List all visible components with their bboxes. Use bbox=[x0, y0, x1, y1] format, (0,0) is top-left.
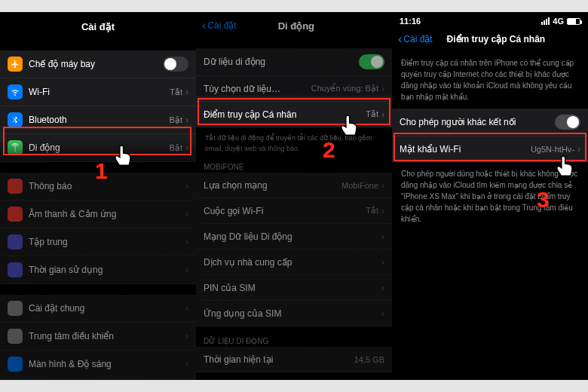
battery-icon bbox=[567, 18, 580, 25]
page-title: Di động bbox=[207, 20, 386, 32]
row-value: Tắt bbox=[366, 109, 378, 119]
row-label: Ứng dụng của SIM bbox=[204, 308, 378, 319]
row-label: Bluetooth bbox=[29, 115, 170, 125]
row-airplane-mode[interactable]: Chế độ máy bay bbox=[0, 51, 196, 78]
row-screentime[interactable]: Thời gian sử dụng › bbox=[0, 256, 196, 284]
antenna-icon bbox=[8, 140, 23, 155]
row-sim-apps[interactable]: Ứng dụng của SIM › bbox=[196, 301, 392, 326]
section-header-carrier: MOBIFONE bbox=[196, 160, 392, 173]
airplane-toggle[interactable] bbox=[163, 57, 188, 72]
row-value: Chuyển vùng: Bật bbox=[311, 84, 378, 93]
row-wifi[interactable]: Wi-Fi Tắt › bbox=[0, 78, 196, 106]
sliders-icon bbox=[8, 329, 23, 344]
chevron-right-icon: › bbox=[185, 237, 188, 247]
row-display[interactable]: Màn hình & Độ sáng › bbox=[0, 351, 196, 378]
row-personal-hotspot[interactable]: Điểm truy cập Cá nhân Tắt › bbox=[196, 102, 392, 127]
row-value: Tắt bbox=[170, 87, 182, 97]
hourglass-icon bbox=[8, 262, 23, 277]
pane-settings-root: Cài đặt Chế độ máy bay Wi-Fi Tắt › Bluet… bbox=[0, 12, 196, 380]
row-label: Điểm truy cập Cá nhân bbox=[204, 109, 366, 120]
row-label: Mật khẩu Wi-Fi bbox=[400, 144, 531, 155]
chevron-right-icon: › bbox=[185, 87, 188, 97]
row-cellular-data[interactable]: Dữ liệu di động bbox=[196, 48, 392, 76]
intro-text: Điểm truy cập cá nhân trên iPhone có thể… bbox=[392, 51, 588, 109]
sun-icon bbox=[8, 357, 23, 372]
row-label: Dữ liệu di động bbox=[204, 57, 359, 67]
row-control-center[interactable]: Trung tâm điều khiển › bbox=[0, 323, 196, 351]
airplane-icon bbox=[8, 57, 23, 72]
row-value: Bật bbox=[170, 143, 182, 153]
nav-bar: ‹Cài đặt Di động bbox=[196, 12, 392, 38]
speaker-icon bbox=[8, 207, 23, 222]
chevron-right-icon: › bbox=[577, 144, 580, 155]
status-bar: 11:16 4G bbox=[392, 12, 588, 26]
pane-personal-hotspot: 11:16 4G ‹Cài đặt Điểm truy cập Cá nhân … bbox=[392, 12, 588, 380]
chevron-left-icon: ‹ bbox=[398, 33, 402, 45]
row-homescreen[interactable]: Màn hình chính › bbox=[0, 378, 196, 380]
row-sim-pin[interactable]: PIN của SIM › bbox=[196, 275, 392, 301]
chevron-right-icon: › bbox=[381, 308, 384, 319]
footer-text: Cho phép người dùng hoặc thiết bị khác k… bbox=[392, 162, 588, 231]
row-label: Wi-Fi bbox=[29, 87, 170, 97]
chevron-right-icon: › bbox=[381, 283, 384, 293]
chevron-right-icon: › bbox=[381, 84, 384, 94]
row-notifications[interactable]: Thông báo › bbox=[0, 173, 196, 201]
row-label: Âm thanh & Cảm ứng bbox=[29, 209, 182, 219]
pane-cellular: ‹Cài đặt Di động Dữ liệu di động Tùy chọ… bbox=[196, 12, 392, 380]
chevron-right-icon: › bbox=[185, 303, 188, 314]
moon-icon bbox=[8, 234, 23, 250]
row-cellular-network[interactable]: Mạng Dữ liệu Di động › bbox=[196, 224, 392, 250]
row-current-period[interactable]: Thời gian hiện tại 14,5 GB bbox=[196, 347, 392, 372]
row-label: Thời gian sử dụng bbox=[29, 265, 182, 275]
row-label: Cho phép người khác kết nối bbox=[400, 117, 555, 127]
cellular-data-toggle[interactable] bbox=[359, 54, 384, 69]
section-description: Tắt dữ liệu di động để truyền tải các dữ… bbox=[196, 127, 392, 160]
chevron-right-icon: › bbox=[185, 181, 188, 191]
allow-others-toggle[interactable] bbox=[555, 115, 580, 130]
chevron-right-icon: › bbox=[381, 231, 384, 242]
chevron-right-icon: › bbox=[185, 359, 188, 369]
chevron-left-icon: ‹ bbox=[202, 20, 206, 32]
bell-icon bbox=[8, 179, 23, 194]
page-title: Cài đặt bbox=[0, 12, 196, 40]
row-label: Trung tâm điều khiển bbox=[29, 331, 182, 341]
row-bluetooth[interactable]: Bluetooth Bật › bbox=[0, 106, 196, 134]
row-wifi-password[interactable]: Mật khẩu Wi-Fi Ug5N-htHv- › bbox=[392, 136, 588, 162]
chevron-right-icon: › bbox=[381, 206, 384, 216]
section-header-usage: DỮ LIỆU DI ĐỘNG bbox=[196, 334, 392, 347]
row-label: Dịch vụ nhà cung cấp bbox=[204, 257, 378, 268]
gear-icon bbox=[8, 301, 23, 316]
page-title: Điểm truy cập Cá nhân bbox=[410, 34, 582, 44]
row-value: MobiFone bbox=[341, 181, 378, 190]
row-wifi-calling[interactable]: Cuộc gọi Wi-Fi Tắt › bbox=[196, 198, 392, 224]
row-cellular[interactable]: Di động Bật › bbox=[0, 134, 196, 162]
row-data-options[interactable]: Tùy chọn dữ liệu… Chuyển vùng: Bật › bbox=[196, 76, 392, 102]
row-label: Cài đặt chung bbox=[29, 303, 182, 314]
signal-icon bbox=[541, 17, 550, 25]
network-label: 4G bbox=[553, 17, 564, 26]
row-value: 14,5 GB bbox=[354, 355, 384, 364]
chevron-right-icon: › bbox=[185, 331, 188, 341]
row-label: Mạng Dữ liệu Di động bbox=[204, 231, 378, 242]
row-value: Tắt bbox=[366, 206, 378, 216]
wifi-icon bbox=[8, 84, 23, 100]
row-label: Chế độ máy bay bbox=[29, 59, 163, 69]
row-label: Cuộc gọi Wi-Fi bbox=[204, 206, 366, 216]
chevron-right-icon: › bbox=[185, 209, 188, 219]
row-label: PIN của SIM bbox=[204, 283, 378, 293]
chevron-right-icon: › bbox=[381, 257, 384, 268]
chevron-right-icon: › bbox=[185, 265, 188, 275]
row-label: Di động bbox=[29, 142, 170, 153]
row-network-selection[interactable]: Lựa chọn mạng MobiFone › bbox=[196, 173, 392, 198]
row-focus[interactable]: Tập trung › bbox=[0, 228, 196, 256]
bluetooth-icon bbox=[8, 112, 23, 127]
row-sounds[interactable]: Âm thanh & Cảm ứng › bbox=[0, 201, 196, 228]
row-value: Bật bbox=[170, 115, 182, 125]
chevron-right-icon: › bbox=[185, 142, 188, 153]
chevron-right-icon: › bbox=[381, 109, 384, 120]
chevron-right-icon: › bbox=[185, 115, 188, 125]
row-carrier-services[interactable]: Dịch vụ nhà cung cấp › bbox=[196, 250, 392, 275]
row-allow-others[interactable]: Cho phép người khác kết nối bbox=[392, 109, 588, 136]
row-label: Màn hình & Độ sáng bbox=[29, 359, 182, 369]
row-general[interactable]: Cài đặt chung › bbox=[0, 295, 196, 323]
